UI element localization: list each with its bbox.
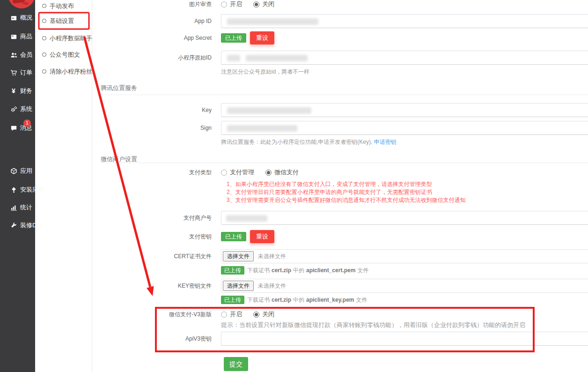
original-id-hint: 注意区分公众号原始id，两者不一样	[221, 68, 588, 76]
v3-off-radio[interactable]: 关闭	[253, 310, 274, 319]
sidebar-item-stats[interactable]: 统计	[0, 203, 35, 212]
radio-selected-icon[interactable]	[253, 312, 259, 318]
sidebar-item-label: 应用	[20, 167, 32, 175]
section-title-tencent-location: 腾讯位置服务	[101, 84, 137, 92]
radio-selected-icon[interactable]	[265, 170, 272, 176]
apiv3-key-input[interactable]	[221, 332, 588, 346]
pay-type-manage-radio[interactable]: 支付管理	[221, 168, 254, 177]
no-file-chosen-text: 未选择文件	[258, 282, 286, 290]
location-key-row: Key	[92, 103, 588, 117]
pay-type-row: 支付类型 支付管理 微信支付 1、如果小程序里已经没有了微信支付入口，变成了支付…	[92, 169, 466, 204]
circle-bullet-icon	[42, 4, 46, 8]
section-divider	[101, 95, 588, 95]
pay-type-notes: 1、如果小程序里已经没有了微信支付入口，变成了支付管理，请选择支付管理类型 2、…	[221, 180, 466, 204]
install-apps-icon	[10, 186, 17, 193]
apply-key-link[interactable]: 申请密钥	[374, 139, 397, 145]
uploaded-badge: 已上传	[221, 296, 244, 304]
app-logo[interactable]	[8, 0, 35, 8]
radio-label: 支付管理	[230, 168, 254, 177]
sidebar-item-goods[interactable]: 商品	[0, 32, 35, 41]
submit-row: 提交	[92, 357, 248, 371]
redacted-value	[227, 125, 297, 132]
key-hint-text: 文件	[356, 296, 368, 304]
wechatpay-v3-row: 微信支付-V3新版 开启 关闭 提示：当前设置只针对新版微信提现打款（商家转账到…	[92, 311, 525, 329]
field-label: ApiV3密钥	[92, 332, 221, 346]
finance-icon: ¥	[10, 87, 17, 95]
cert-pem-filename: apiclient_cert.pem	[306, 267, 355, 274]
app-secret-row: App Secret 已上传 重设	[92, 31, 274, 45]
field-label: CERT证书文件	[92, 249, 221, 263]
field-label: 微信支付-V3新版	[92, 311, 221, 318]
location-hint: 腾讯位置服务：此处为小程序定位功能,申请开发者密钥(Key),	[221, 139, 372, 145]
v3-on-radio[interactable]: 开启	[221, 310, 242, 319]
radio-label: 关闭	[262, 0, 274, 8]
sidebar-item-install-apps[interactable]: 安装应用	[0, 186, 35, 194]
cert-file-input[interactable]: 选择文件 未选择文件	[221, 249, 588, 263]
orders-icon	[10, 69, 17, 76]
field-label: App Secret	[92, 31, 221, 45]
submit-button[interactable]: 提交	[224, 357, 248, 371]
field-label: Sign	[92, 121, 221, 135]
key-hint-text: 中的	[293, 296, 304, 304]
submenu-item-clear-miniprogram-fans[interactable]: 清除小程序粉丝	[35, 67, 92, 75]
key-file-row: KEY密钥文件 选择文件 未选择文件 已上传 下载证书 cert.zip 中的 …	[92, 279, 588, 304]
radio-icon[interactable]	[221, 170, 227, 176]
image-review-row: 图片审查 开启 关闭	[92, 0, 286, 8]
cert-file-row: CERT证书文件 选择文件 未选择文件 已上传 下载证书 cert.zip 中的…	[92, 249, 588, 275]
field-label: 小程序原始ID	[92, 51, 221, 65]
location-key-input[interactable]	[221, 103, 588, 117]
sidebar-item-diy[interactable]: 装修DIY	[0, 221, 35, 230]
pay-type-note: 2、支付管理目前只需要配置小程序里申请的商户号就能支付了，无需配置密钥证书	[227, 188, 466, 196]
original-id-input[interactable]	[221, 51, 588, 65]
radio-label: 开启	[230, 0, 242, 8]
image-review-off-radio[interactable]: 关闭	[253, 0, 274, 8]
radio-icon[interactable]	[221, 312, 227, 318]
pay-key-row: 支付密钥 已上传 重设	[92, 230, 274, 244]
sidebar-item-messages[interactable]: 消息 1	[0, 124, 35, 132]
submenu-item-miniprogram-data-assistant[interactable]: 小程序数据助手	[35, 34, 92, 42]
pay-key-reset-button[interactable]: 重设	[250, 230, 274, 243]
radio-selected-icon[interactable]	[253, 1, 259, 7]
app-id-input[interactable]	[221, 14, 588, 28]
key-hint-text: 下载证书	[247, 296, 270, 304]
submenu-item-official-account-articles[interactable]: 公众号图文	[35, 51, 92, 59]
sidebar-item-label: 商品	[20, 32, 32, 41]
messages-icon	[10, 124, 17, 132]
redacted-value	[227, 55, 240, 61]
overview-icon	[10, 14, 17, 22]
key-pem-filename: apiclient_key.pem	[306, 297, 354, 303]
sidebar-item-label: 安装应用	[20, 186, 44, 194]
cert-choose-file-button[interactable]: 选择文件	[223, 251, 254, 261]
sidebar-item-system[interactable]: 系统	[0, 105, 35, 113]
pay-type-note: 1、如果小程序里已经没有了微信支付入口，变成了支付管理，请选择支付管理类型	[227, 180, 466, 188]
sidebar-item-label: 会员	[20, 51, 32, 59]
submenu-item-label: 小程序数据助手	[50, 34, 92, 43]
pay-type-wechat-radio[interactable]: 微信支付	[265, 168, 299, 177]
app-secret-reset-button[interactable]: 重设	[250, 31, 274, 45]
logo-mark	[22, 1, 29, 6]
sidebar-item-orders[interactable]: 订单	[0, 68, 35, 77]
field-label: 支付密钥	[92, 230, 221, 244]
system-icon	[10, 105, 17, 113]
cert-hint-text: 中的	[293, 267, 304, 275]
image-review-on-radio[interactable]: 开启	[221, 0, 242, 8]
location-sign-input[interactable]	[221, 121, 588, 135]
submenu-item-basic-settings[interactable]: 基础设置	[35, 17, 92, 25]
sidebar-item-label: 统计	[20, 203, 32, 212]
submenu-item-manual-publish[interactable]: 手动发布	[35, 2, 92, 10]
field-label: 支付商户号	[92, 211, 221, 225]
submenu-item-label: 清除小程序粉丝	[50, 67, 92, 76]
key-file-input[interactable]: 选择文件 未选择文件	[221, 279, 588, 293]
sidebar-item-label: 财务	[20, 87, 32, 95]
sidebar-item-finance[interactable]: ¥ 财务	[0, 87, 35, 95]
radio-icon[interactable]	[221, 1, 227, 7]
sidebar-item-overview[interactable]: 概况	[0, 14, 35, 22]
key-choose-file-button[interactable]: 选择文件	[223, 281, 254, 291]
submenu-item-label: 基础设置	[50, 17, 74, 25]
circle-bullet-icon	[42, 19, 46, 23]
sidebar-item-members[interactable]: 会员	[0, 51, 35, 59]
merchant-id-input[interactable]	[221, 211, 588, 225]
goods-icon	[10, 33, 17, 40]
uploaded-badge: 已上传	[221, 232, 246, 241]
sidebar-item-apps[interactable]: 应用	[0, 167, 35, 175]
